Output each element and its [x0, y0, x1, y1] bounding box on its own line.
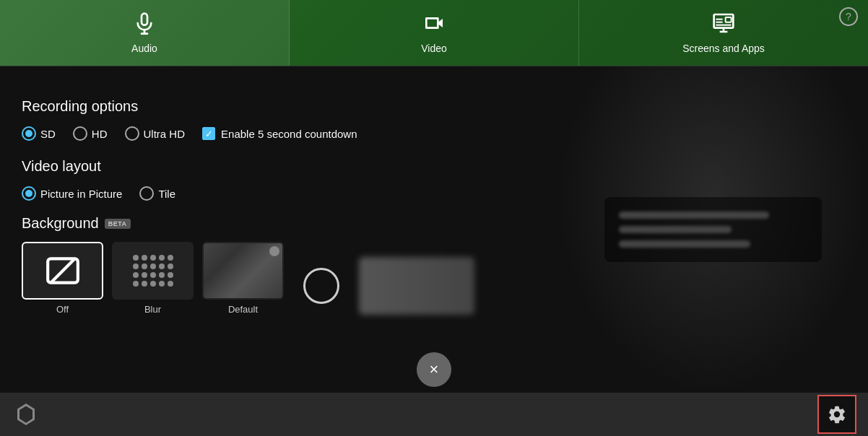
bottom-bar	[0, 393, 868, 436]
camera-preview-panel	[557, 66, 868, 393]
bg-off-icon	[45, 253, 81, 289]
blurred-video-preview	[557, 66, 868, 393]
tab-screens-apps-label: Screens and Apps	[682, 43, 765, 54]
blur-line-2	[619, 226, 732, 233]
bg-add-button[interactable]	[303, 268, 339, 304]
sd-label: SD	[40, 128, 56, 140]
video-layout-title: Video layout	[22, 158, 536, 175]
recording-options-title: Recording options	[22, 98, 536, 115]
countdown-checkbox-label[interactable]: ✓ Enable 5 second countdown	[202, 127, 357, 140]
bg-default-option[interactable]: Default	[202, 242, 284, 315]
background-options: Off Blur	[22, 242, 536, 315]
hd-label: HD	[92, 128, 108, 140]
pip-radio-button[interactable]	[22, 186, 36, 201]
svg-rect-0	[714, 14, 734, 28]
ultrahd-radio-button[interactable]	[125, 126, 139, 141]
svg-rect-1	[726, 17, 732, 22]
bg-off-thumb[interactable]	[22, 242, 103, 300]
camera-icon	[422, 12, 446, 38]
bg-default-dot	[269, 246, 279, 256]
app-logo	[12, 400, 40, 429]
tile-label: Tile	[158, 188, 175, 200]
tile-radio-button[interactable]	[139, 186, 154, 201]
settings-button[interactable]	[817, 395, 856, 434]
main-content: ? Recording options SD HD	[0, 66, 868, 393]
bg-default-thumb[interactable]	[202, 242, 284, 300]
checkmark-icon: ✓	[205, 129, 213, 139]
bg-default-label: Default	[228, 304, 258, 315]
tab-video-label: Video	[421, 43, 447, 54]
bg-blurred-preview	[359, 257, 474, 315]
close-button[interactable]: ×	[417, 352, 451, 387]
background-section-header: Background BETA	[22, 215, 536, 232]
bg-blur-label: Blur	[144, 304, 161, 315]
bg-off-label: Off	[56, 304, 69, 315]
settings-panel: ? Recording options SD HD	[0, 66, 557, 393]
ultrahd-label: Ultra HD	[144, 128, 186, 140]
blurred-content	[604, 197, 822, 262]
bg-add-thumb[interactable]	[292, 257, 350, 315]
microphone-icon	[133, 12, 156, 38]
quality-sd-option[interactable]: SD	[22, 126, 56, 141]
quality-hd-option[interactable]: HD	[73, 126, 108, 141]
screens-icon	[712, 12, 735, 38]
tab-audio[interactable]: Audio	[0, 0, 290, 66]
pip-option[interactable]: Picture in Picture	[22, 186, 122, 201]
recording-options-section: Recording options SD HD Ultra HD	[22, 98, 536, 141]
top-navigation: Audio Video Screens and Apps	[0, 0, 868, 66]
blur-line-1	[619, 212, 770, 219]
pip-radio-dot	[25, 190, 32, 197]
blur-dots-grid	[127, 249, 179, 292]
sd-radio-dot	[25, 130, 32, 137]
quality-radio-group: SD HD Ultra HD ✓ Enable 5 second	[22, 126, 536, 141]
pip-label: Picture in Picture	[40, 188, 122, 200]
video-layout-options: Picture in Picture Tile	[22, 186, 536, 201]
bg-default-preview	[204, 243, 282, 298]
svg-line-6	[51, 258, 74, 282]
countdown-label: Enable 5 second countdown	[221, 128, 357, 140]
blur-line-3	[619, 240, 751, 248]
tab-screens-apps[interactable]: Screens and Apps	[579, 0, 868, 66]
bg-add-option[interactable]	[292, 257, 350, 315]
tab-audio-label: Audio	[131, 43, 157, 54]
tab-video[interactable]: Video	[290, 0, 579, 66]
bg-blur-option[interactable]: Blur	[112, 242, 194, 315]
sd-radio-button[interactable]	[22, 126, 36, 141]
tile-option[interactable]: Tile	[139, 186, 175, 201]
hd-radio-button[interactable]	[73, 126, 87, 141]
background-title: Background	[22, 215, 99, 232]
bg-blur-thumb[interactable]	[112, 242, 194, 300]
video-layout-section: Video layout Picture in Picture Tile	[22, 158, 536, 201]
quality-ultrahd-option[interactable]: Ultra HD	[125, 126, 186, 141]
bg-off-option[interactable]: Off	[22, 242, 103, 315]
countdown-checkbox[interactable]: ✓	[202, 127, 215, 140]
beta-badge: BETA	[105, 219, 131, 229]
